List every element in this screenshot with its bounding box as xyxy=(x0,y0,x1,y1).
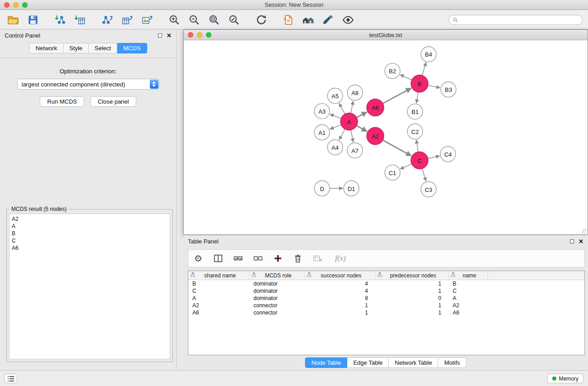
unselect-all-button[interactable] xyxy=(252,252,264,265)
create-column-button[interactable] xyxy=(272,252,284,265)
node-C4[interactable]: C4 xyxy=(440,146,456,162)
close-table-panel-button[interactable]: ✕ xyxy=(578,238,583,244)
close-window-button[interactable] xyxy=(4,2,10,8)
select-all-button[interactable] xyxy=(232,252,244,265)
network-graph[interactable]: B4B2BB3A5A8A6B1A3AC2A1A2A4A7C4CC1C3DD1 xyxy=(184,40,588,234)
node-D[interactable]: D xyxy=(314,181,330,196)
search-input[interactable] xyxy=(460,17,578,23)
table-row[interactable]: Cdominator41C xyxy=(188,287,584,295)
control-tab-mcds[interactable]: MCDS xyxy=(117,43,147,53)
mcds-result-list[interactable]: A2ABCA6 xyxy=(9,214,170,359)
welcome-screen-button[interactable] xyxy=(301,13,316,27)
node-B1[interactable]: B1 xyxy=(407,104,423,119)
table-tab-node-table[interactable]: Node Table xyxy=(305,357,348,368)
node-A3[interactable]: A3 xyxy=(314,104,330,119)
zoom-window-button[interactable] xyxy=(22,2,28,8)
edge-B-B1[interactable] xyxy=(416,92,418,103)
node-A7[interactable]: A7 xyxy=(347,143,363,158)
edge-A-A1[interactable] xyxy=(330,125,341,129)
node-A4[interactable]: A4 xyxy=(327,139,343,155)
node-A2[interactable]: A2 xyxy=(367,128,384,145)
column-header-name[interactable]: name xyxy=(449,271,488,280)
table-row[interactable]: Adominator80A xyxy=(188,295,584,302)
float-panel-button[interactable] xyxy=(158,33,162,38)
column-header-successor-nodes[interactable]: successor nodes xyxy=(305,271,375,280)
apply-layout-button[interactable] xyxy=(253,13,269,27)
close-panel-button[interactable]: ✕ xyxy=(167,33,172,38)
task-history-button[interactable] xyxy=(5,374,17,383)
run-mcds-button[interactable]: Run MCDS xyxy=(40,96,84,107)
resize-grip[interactable] xyxy=(582,229,587,234)
column-header-MCDS-role[interactable]: MCDS role xyxy=(249,271,305,280)
node-B[interactable]: B xyxy=(411,75,428,92)
node-B3[interactable]: B3 xyxy=(441,82,456,97)
open-file-button[interactable] xyxy=(5,13,21,27)
zoom-in-button[interactable] xyxy=(167,13,182,27)
table-row[interactable]: A6connector11A6 xyxy=(188,309,584,316)
import-table-button[interactable] xyxy=(72,13,88,27)
edge-A-A3[interactable] xyxy=(330,114,341,118)
node-A5[interactable]: A5 xyxy=(327,88,343,104)
result-item[interactable]: C xyxy=(12,237,167,244)
network-zoom-button[interactable] xyxy=(206,32,211,38)
node-A[interactable]: A xyxy=(340,113,358,130)
network-minimize-button[interactable] xyxy=(197,32,202,38)
function-builder-button[interactable]: f(x) xyxy=(331,252,349,265)
delete-table-button[interactable] xyxy=(311,252,324,265)
control-tab-select[interactable]: Select xyxy=(89,43,117,53)
node-C1[interactable]: C1 xyxy=(385,165,400,180)
result-item[interactable]: B xyxy=(12,230,167,237)
edge-A-A7[interactable] xyxy=(351,130,353,142)
control-tab-network[interactable]: Network xyxy=(29,43,63,53)
edge-C-C1[interactable] xyxy=(400,164,411,169)
table-tab-edge-table[interactable]: Edge Table xyxy=(347,357,389,368)
node-D1[interactable]: D1 xyxy=(344,181,359,196)
edge-C-C4[interactable] xyxy=(428,156,440,159)
float-table-panel-button[interactable] xyxy=(570,239,574,243)
edge-A-A8[interactable] xyxy=(351,101,353,113)
close-panel-button-mcds[interactable]: Close panel xyxy=(91,96,136,107)
edge-C-C3[interactable] xyxy=(422,168,426,181)
node-A8[interactable]: A8 xyxy=(347,85,363,100)
table-tab-motifs[interactable]: Motifs xyxy=(438,357,466,368)
import-network-button[interactable] xyxy=(53,13,68,27)
zoom-selected-button[interactable] xyxy=(226,13,242,27)
table-row[interactable]: A2connector11A2 xyxy=(188,302,584,309)
zoom-out-button[interactable] xyxy=(186,13,202,27)
edge-C-C2[interactable] xyxy=(416,140,418,152)
node-C[interactable]: C xyxy=(411,152,428,169)
table-tab-network-table[interactable]: Network Table xyxy=(389,357,438,368)
show-columns-button[interactable] xyxy=(212,252,225,265)
result-item[interactable]: A6 xyxy=(12,244,167,252)
node-A1[interactable]: A1 xyxy=(314,125,330,140)
style-brush-button[interactable] xyxy=(320,13,336,27)
zoom-fit-button[interactable] xyxy=(206,13,222,27)
save-session-button[interactable] xyxy=(25,13,41,27)
network-close-button[interactable] xyxy=(188,32,193,38)
delete-column-button[interactable] xyxy=(292,252,304,265)
result-item[interactable]: A2 xyxy=(12,215,167,223)
node-B2[interactable]: B2 xyxy=(385,63,400,79)
node-B4[interactable]: B4 xyxy=(421,47,436,62)
node-C3[interactable]: C3 xyxy=(421,181,436,197)
edge-A-A2[interactable] xyxy=(357,126,367,132)
export-network-button[interactable] xyxy=(100,13,115,27)
edge-A6-B[interactable] xyxy=(383,88,411,104)
table-settings-button[interactable]: ⚙ xyxy=(192,252,205,265)
edge-A-A5[interactable] xyxy=(339,103,345,114)
result-item[interactable]: A xyxy=(12,223,167,230)
session-document-button[interactable] xyxy=(281,13,296,27)
optimization-criterion-dropdown[interactable]: largest connected component (directed) xyxy=(17,79,159,90)
edge-A2-C[interactable] xyxy=(383,140,411,156)
column-header-predecessor-nodes[interactable]: predecessor nodes xyxy=(375,271,449,280)
edge-B-B2[interactable] xyxy=(400,75,412,80)
column-header-shared-name[interactable]: shared name xyxy=(188,271,249,280)
minimize-window-button[interactable] xyxy=(13,2,19,8)
edge-B-B3[interactable] xyxy=(428,86,440,88)
edge-B-B4[interactable] xyxy=(422,62,426,76)
edge-A-A6[interactable] xyxy=(357,112,367,118)
control-tab-style[interactable]: Style xyxy=(63,43,89,53)
memory-button[interactable]: Memory xyxy=(547,374,583,383)
node-A6[interactable]: A6 xyxy=(367,99,384,116)
network-canvas[interactable]: B4B2BB3A5A8A6B1A3AC2A1A2A4A7C4CC1C3DD1 xyxy=(184,40,588,234)
